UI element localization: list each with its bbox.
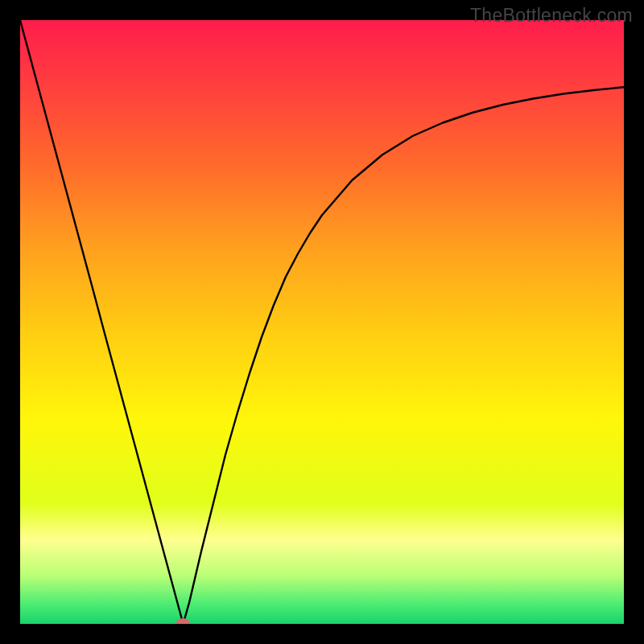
chart-frame: TheBottleneck.com bbox=[0, 0, 644, 644]
chart-background bbox=[20, 20, 624, 624]
plot-area bbox=[20, 20, 624, 624]
watermark-label: TheBottleneck.com bbox=[470, 5, 633, 27]
bottleneck-curve-chart bbox=[20, 20, 624, 624]
